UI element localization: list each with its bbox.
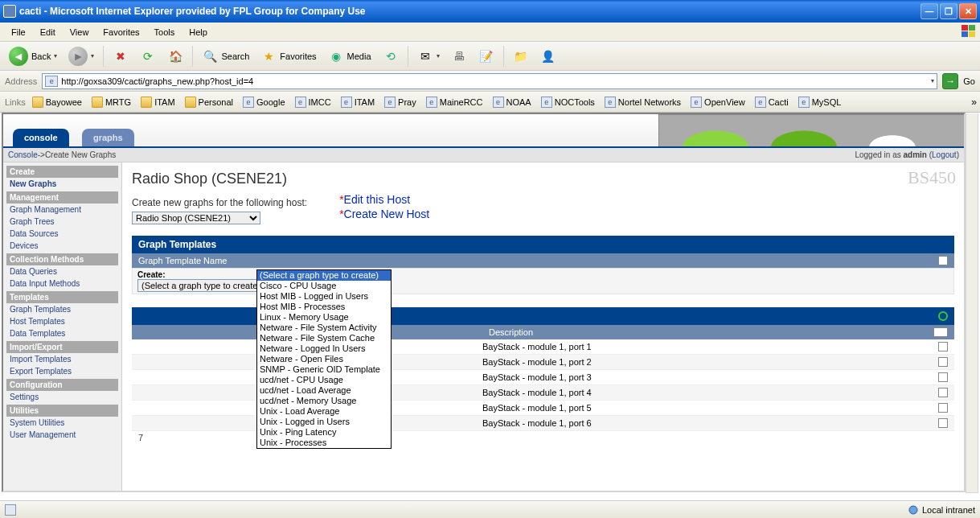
links-overflow[interactable]: »: [971, 97, 977, 108]
search-button[interactable]: 🔍Search: [198, 46, 253, 67]
tab-graphs[interactable]: graphs: [82, 129, 134, 146]
menu-file[interactable]: File: [5, 26, 32, 39]
link-google[interactable]: eGoogle: [240, 97, 288, 108]
dropdown-option[interactable]: Unix - Processes: [257, 438, 391, 448]
dropdown-option[interactable]: ucd/net - CPU Usage: [257, 375, 391, 385]
sidebar-graph-management[interactable]: Graph Management: [6, 204, 118, 216]
dropdown-option[interactable]: Netware - Logged In Users: [257, 343, 391, 354]
forward-button[interactable]: ►▾: [64, 44, 98, 68]
sidebar-host-templates[interactable]: Host Templates: [6, 315, 118, 327]
link-pray[interactable]: ePray: [381, 97, 420, 108]
data-query-row[interactable]: BayStack - module 1, port 3: [132, 370, 954, 385]
link-personal[interactable]: Personal: [182, 97, 236, 108]
sidebar-data-queries[interactable]: Data Queries: [6, 265, 118, 278]
url-input[interactable]: e http://goxsa309/cacti/graphs_new.php?h…: [42, 73, 937, 89]
dropdown-option[interactable]: ucd/net - Load Average: [257, 385, 391, 396]
row-checkbox[interactable]: [938, 388, 948, 397]
dropdown-option[interactable]: Linux - Memory Usage: [257, 312, 391, 323]
menu-favorites[interactable]: Favorites: [96, 26, 146, 39]
folder-button[interactable]: 📁: [509, 46, 533, 67]
sidebar-graph-trees[interactable]: Graph Trees: [6, 216, 118, 228]
go-button[interactable]: →: [942, 73, 958, 89]
close-button[interactable]: ✕: [959, 3, 977, 19]
sidebar-system-utilities[interactable]: System Utilities: [6, 417, 118, 429]
select-all-checkbox[interactable]: [933, 327, 948, 337]
row-checkbox[interactable]: [938, 357, 948, 367]
data-query-row[interactable]: BayStack - module 1, port 1: [132, 339, 954, 355]
link-cacti[interactable]: eCacti: [752, 97, 792, 108]
menu-view[interactable]: View: [64, 26, 96, 39]
refresh-button[interactable]: ⟳: [136, 46, 160, 67]
graph-type-select[interactable]: (Select a graph type to create): [137, 279, 273, 292]
sidebar-data-sources[interactable]: Data Sources: [6, 228, 118, 240]
sidebar-data-templates[interactable]: Data Templates: [6, 327, 118, 339]
data-query-row[interactable]: BayStack - module 1, port 4: [132, 385, 954, 401]
sidebar-settings[interactable]: Settings: [6, 391, 118, 403]
mail-button[interactable]: ✉▾: [413, 46, 444, 67]
row-checkbox[interactable]: [938, 403, 948, 413]
dropdown-option[interactable]: Netware - File System Activity: [257, 323, 391, 333]
dropdown-option[interactable]: (Select a graph type to create): [257, 270, 391, 281]
stop-button[interactable]: ✖: [109, 46, 133, 67]
logout-link[interactable]: Logout: [932, 150, 957, 159]
sidebar-user-management[interactable]: User Management: [6, 429, 118, 441]
link-imcc[interactable]: eIMCC: [292, 97, 334, 108]
select-all-checkbox[interactable]: [938, 256, 948, 265]
dropdown-option[interactable]: Unix - Ping Latency: [257, 427, 391, 438]
dropdown-option[interactable]: Unix - Logged in Users: [257, 417, 391, 427]
sidebar-export-templates[interactable]: Export Templates: [6, 365, 118, 377]
edit-host-link[interactable]: Edit this Host: [344, 193, 410, 206]
link-nortel[interactable]: eNortel Networks: [601, 97, 684, 108]
messenger-button[interactable]: 👤: [536, 46, 560, 67]
data-query-row[interactable]: BayStack - module 1, port 2: [132, 355, 954, 370]
row-checkbox[interactable]: [938, 342, 948, 352]
dropdown-option[interactable]: Netware - Open Files: [257, 354, 391, 364]
dropdown-option[interactable]: Host MIB - Logged in Users: [257, 291, 391, 302]
vertical-scrollbar[interactable]: [966, 113, 978, 493]
edit-button[interactable]: 📝: [474, 46, 498, 67]
host-select[interactable]: Radio Shop (CSENE21): [132, 212, 260, 224]
history-button[interactable]: ⟲: [379, 46, 403, 67]
link-mysql[interactable]: eMySQL: [795, 97, 845, 108]
dropdown-option[interactable]: Unix - Load Average: [257, 406, 391, 417]
menu-help[interactable]: Help: [182, 26, 214, 39]
graph-type-dropdown-open[interactable]: (Select a graph type to create) Cisco - …: [256, 269, 392, 449]
dropdown-option[interactable]: Cisco - CPU Usage: [257, 281, 391, 291]
data-query-row[interactable]: BayStack - module 1, port 5: [132, 401, 954, 416]
tab-console[interactable]: console: [13, 129, 69, 146]
minimize-button[interactable]: —: [921, 3, 938, 19]
link-bayowee[interactable]: Bayowee: [29, 97, 85, 108]
maximize-button[interactable]: ❐: [940, 3, 957, 19]
breadcrumb-root[interactable]: Console: [8, 150, 38, 159]
sidebar-import-templates[interactable]: Import Templates: [6, 353, 118, 365]
link-itam2[interactable]: eITAM: [338, 97, 378, 108]
back-button[interactable]: ◄Back▾: [5, 44, 61, 68]
menu-edit[interactable]: Edit: [34, 26, 62, 39]
link-openview[interactable]: eOpenView: [687, 97, 748, 108]
sidebar-new-graphs[interactable]: New Graphs: [6, 178, 118, 190]
link-mainercc[interactable]: eMaineRCC: [423, 97, 486, 108]
dropdown-option[interactable]: ucd/net - Memory Usage: [257, 396, 391, 406]
sidebar-devices[interactable]: Devices: [6, 240, 118, 252]
row-checkbox[interactable]: [938, 418, 948, 428]
data-query-row[interactable]: BayStack - module 1, port 6: [132, 416, 954, 431]
sidebar-data-input[interactable]: Data Input Methods: [6, 278, 118, 290]
favorites-button[interactable]: ★Favorites: [256, 46, 320, 67]
print-button[interactable]: 🖶: [447, 46, 471, 67]
ie-icon: e: [691, 97, 702, 108]
link-itam[interactable]: ITAM: [137, 97, 178, 108]
create-host-link[interactable]: Create New Host: [344, 208, 430, 220]
dropdown-option[interactable]: Host MIB - Processes: [257, 302, 391, 312]
row-checkbox[interactable]: [938, 372, 948, 382]
media-button[interactable]: ◉Media: [324, 46, 375, 67]
link-noctools[interactable]: eNOCTools: [538, 97, 598, 108]
link-mrtg[interactable]: MRTG: [88, 97, 134, 108]
url-dropdown-icon[interactable]: ▾: [931, 77, 934, 84]
menu-tools[interactable]: Tools: [148, 26, 182, 39]
link-noaa[interactable]: eNOAA: [490, 97, 535, 108]
dropdown-option[interactable]: SNMP - Generic OID Template: [257, 364, 391, 375]
reload-icon[interactable]: [938, 311, 948, 321]
sidebar-graph-templates[interactable]: Graph Templates: [6, 303, 118, 315]
dropdown-option[interactable]: Netware - File System Cache: [257, 333, 391, 343]
home-button[interactable]: 🏠: [163, 46, 187, 67]
